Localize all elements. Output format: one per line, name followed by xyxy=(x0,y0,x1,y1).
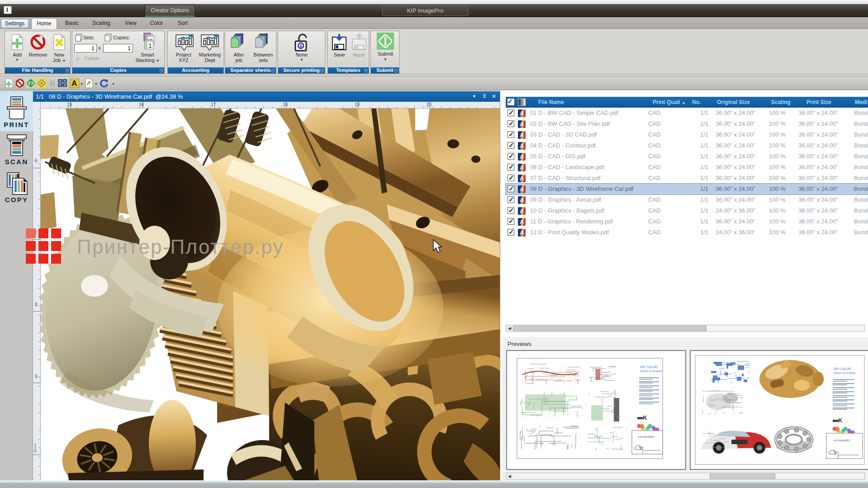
svg-text:KIP IMAGEPRO: KIP IMAGEPRO xyxy=(834,439,850,442)
svg-text:K: K xyxy=(643,414,647,421)
svg-text:PRINT SYSTEMS: PRINT SYSTEMS xyxy=(640,370,662,373)
svg-text:KIP COLOR: KIP COLOR xyxy=(640,365,657,369)
svg-text:1: 1 xyxy=(148,42,152,49)
svg-text:K: K xyxy=(838,417,843,424)
svg-text:PRINT SYSTEMS: PRINT SYSTEMS xyxy=(834,372,855,374)
svg-text:A: A xyxy=(71,79,77,88)
svg-text:KIP IMAGEPRO: KIP IMAGEPRO xyxy=(638,436,655,438)
svg-text:KIP COLOR: KIP COLOR xyxy=(834,367,851,370)
